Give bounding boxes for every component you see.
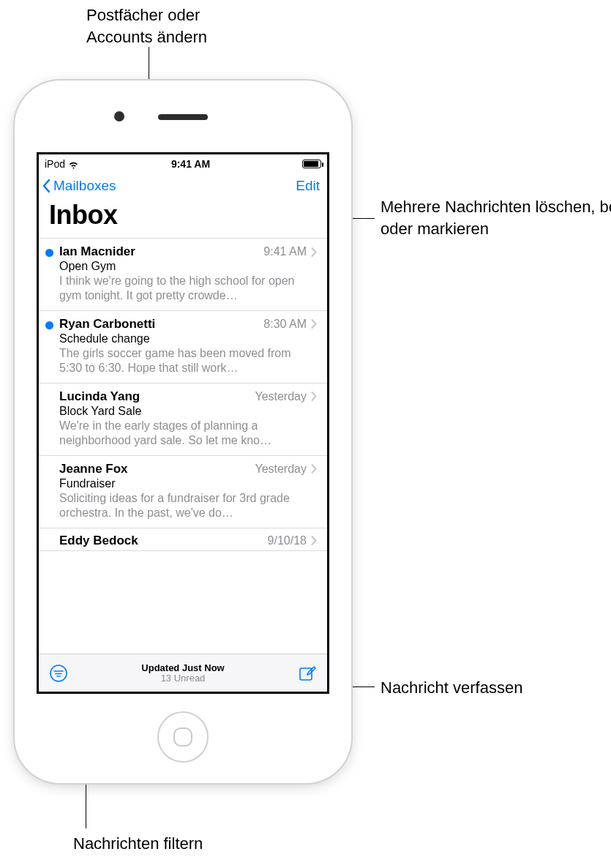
callout-mailboxes: Postfächer oder Accounts ändern — [86, 4, 207, 48]
status-time: 9:41 AM — [171, 158, 210, 170]
message-subject: Block Yard Sale — [59, 405, 317, 418]
compose-icon — [298, 664, 317, 683]
message-preview: The girls soccer game has been moved fro… — [59, 346, 317, 376]
message-list[interactable]: Ian Macnider9:41 AMOpen GymI think we're… — [39, 238, 327, 551]
ipod-device: iPod 9:41 AM Mailboxes Edit Inbox Ian Ma… — [15, 81, 351, 783]
updated-label: Updated Just Now — [39, 662, 327, 673]
compose-button[interactable] — [298, 664, 317, 683]
page-title: Inbox — [39, 195, 327, 238]
status-bar: iPod 9:41 AM — [39, 154, 327, 173]
bottom-toolbar: Updated Just Now 13 Unread — [39, 654, 327, 692]
callout-compose: Nachricht verfassen — [381, 677, 522, 699]
callout-edit: Mehrere Nachrichten löschen, bewegen ode… — [381, 196, 600, 239]
screen: iPod 9:41 AM Mailboxes Edit Inbox Ian Ma… — [37, 152, 329, 694]
chevron-right-icon — [311, 464, 317, 474]
unread-dot-icon — [45, 321, 53, 329]
battery-icon — [302, 160, 321, 168]
message-row[interactable]: Ryan Carbonetti8:30 AMSchedule changeThe… — [39, 310, 327, 383]
chevron-right-icon — [311, 247, 317, 257]
back-label: Mailboxes — [53, 178, 116, 194]
back-mailboxes-button[interactable]: Mailboxes — [42, 178, 116, 194]
wifi-icon — [68, 159, 79, 170]
message-time: 8:30 AM — [263, 318, 307, 331]
chevron-right-icon — [311, 536, 317, 545]
nav-bar: Mailboxes Edit — [39, 173, 327, 195]
unread-count: 13 Unread — [39, 673, 327, 684]
chevron-right-icon — [311, 319, 317, 329]
message-time: Yesterday — [255, 463, 307, 476]
sender-name: Lucinda Yang — [59, 389, 140, 404]
message-row[interactable]: Lucinda YangYesterdayBlock Yard SaleWe'r… — [39, 383, 327, 455]
message-row[interactable]: Eddy Bedock9/10/18 — [39, 528, 327, 551]
message-preview: I think we're going to the high school f… — [59, 274, 317, 304]
sender-name: Eddy Bedock — [59, 534, 138, 548]
chevron-left-icon — [42, 179, 52, 193]
message-time: Yesterday — [255, 390, 307, 403]
filter-icon — [49, 664, 68, 683]
message-preview: Soliciting ideas for a fundraiser for 3r… — [59, 491, 317, 521]
unread-dot-icon — [45, 249, 53, 257]
sender-name: Ian Macnider — [59, 244, 135, 259]
sender-name: Ryan Carbonetti — [59, 317, 155, 332]
chevron-right-icon — [311, 392, 317, 401]
message-time: 9:41 AM — [263, 245, 307, 258]
message-row[interactable]: Ian Macnider9:41 AMOpen GymI think we're… — [39, 238, 327, 310]
message-subject: Schedule change — [59, 332, 317, 345]
message-subject: Fundraiser — [59, 477, 317, 490]
filter-button[interactable] — [49, 664, 68, 683]
home-button[interactable] — [157, 711, 209, 763]
sender-name: Jeanne Fox — [59, 462, 128, 476]
carrier-label: iPod — [45, 158, 65, 170]
message-row[interactable]: Jeanne FoxYesterdayFundraiserSoliciting … — [39, 455, 327, 528]
speaker — [158, 114, 208, 120]
message-time: 9/10/18 — [268, 534, 307, 547]
message-subject: Open Gym — [59, 260, 317, 273]
message-preview: We're in the early stages of planning a … — [59, 419, 317, 449]
callout-filter: Nachrichten filtern — [73, 833, 203, 855]
edit-button[interactable]: Edit — [296, 178, 320, 194]
camera-dot — [114, 111, 124, 121]
